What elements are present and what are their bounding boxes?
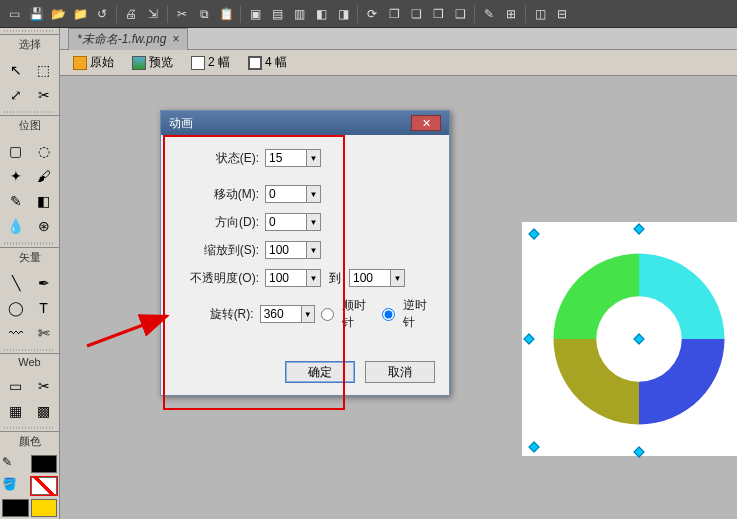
tb-bringfwd-icon[interactable]: ❑ <box>450 4 470 24</box>
cw-radio[interactable] <box>321 308 334 321</box>
stamp-tool-icon[interactable]: ⊛ <box>30 214 57 238</box>
lasso-tool-icon[interactable]: ◌ <box>30 139 57 163</box>
panel-grip[interactable] <box>4 242 55 244</box>
tb-copy-icon[interactable]: ⧉ <box>194 4 214 24</box>
dialog-button-row: 确定 取消 <box>161 351 449 395</box>
tb-stack-icon[interactable]: ❏ <box>406 4 426 24</box>
dialog-titlebar[interactable]: 动画 ✕ <box>161 111 449 135</box>
opacity-from-input[interactable] <box>265 269 307 287</box>
scale-input[interactable] <box>265 241 307 259</box>
tb-new-icon[interactable]: ▭ <box>4 4 24 24</box>
scale-row: 缩放到(S): ▼ <box>175 241 435 259</box>
tb-paste-icon[interactable]: 📋 <box>216 4 236 24</box>
scale-label: 缩放到(S): <box>175 242 265 259</box>
fill-color-swatch[interactable] <box>31 477 58 495</box>
tab-close-icon[interactable]: × <box>172 32 179 46</box>
tb-group-icon[interactable]: ▣ <box>245 4 265 24</box>
selection-handle[interactable] <box>633 446 644 457</box>
separator <box>167 5 168 23</box>
freeform-tool-icon[interactable]: 〰 <box>2 321 29 345</box>
tb-zstack-icon[interactable]: ❒ <box>428 4 448 24</box>
tb-front-icon[interactable]: ▤ <box>267 4 287 24</box>
pen-tool-icon[interactable]: ✒ <box>30 271 57 295</box>
panel-grip[interactable] <box>4 427 55 429</box>
line-tool-icon[interactable]: ╲ <box>2 271 29 295</box>
move-dropdown-icon[interactable]: ▼ <box>307 185 321 203</box>
slice-tool-icon[interactable]: ✂ <box>30 374 57 398</box>
hide-tool-icon[interactable]: ▦ <box>2 399 29 423</box>
stroke-eyedrop-icon[interactable]: ✎ <box>2 455 29 473</box>
tb-alignl-icon[interactable]: ◧ <box>311 4 331 24</box>
hotspot-tool-icon[interactable]: ▭ <box>2 374 29 398</box>
tb-open-icon[interactable]: 📂 <box>48 4 68 24</box>
selection-handle[interactable] <box>528 228 539 239</box>
tb-misc2-icon[interactable]: ⊟ <box>552 4 572 24</box>
show-tool-icon[interactable]: ▩ <box>30 399 57 423</box>
cancel-button[interactable]: 取消 <box>365 361 435 383</box>
swap-colors[interactable] <box>31 499 58 517</box>
states-dropdown-icon[interactable]: ▼ <box>307 149 321 167</box>
subselect-tool-icon[interactable]: ⬚ <box>30 58 57 82</box>
stroke-color-swatch[interactable] <box>31 455 58 473</box>
text-tool-icon[interactable]: T <box>30 296 57 320</box>
tb-print-icon[interactable]: 🖨 <box>121 4 141 24</box>
dialog-close-button[interactable]: ✕ <box>411 115 441 131</box>
opacity-to-dropdown-icon[interactable]: ▼ <box>391 269 405 287</box>
panel-grip[interactable] <box>4 111 55 113</box>
view-2up-button[interactable]: 2 幅 <box>184 51 237 74</box>
move-input[interactable] <box>265 185 307 203</box>
selection-handle[interactable] <box>633 223 644 234</box>
view-original-button[interactable]: 原始 <box>66 51 121 74</box>
tb-path-icon[interactable]: ✎ <box>479 4 499 24</box>
brush-tool-icon[interactable]: 🖌 <box>30 164 57 188</box>
blur-tool-icon[interactable]: 💧 <box>2 214 29 238</box>
tb-open2-icon[interactable]: 📁 <box>70 4 90 24</box>
states-input[interactable] <box>265 149 307 167</box>
panel-grip[interactable] <box>4 30 55 32</box>
opacity-to-input[interactable] <box>349 269 391 287</box>
shape-tool-icon[interactable]: ◯ <box>2 296 29 320</box>
crop-tool-icon[interactable]: ✂ <box>30 83 57 107</box>
direction-input[interactable] <box>265 213 307 231</box>
tb-back-icon[interactable]: ▥ <box>289 4 309 24</box>
tools-panel: 选择 ↖ ⬚ ⤢ ✂ 位图 ▢ ◌ ✦ 🖌 ✎ ◧ 💧 ⊛ 矢量 ╲ ✒ ◯ T… <box>0 28 60 519</box>
scale-dropdown-icon[interactable]: ▼ <box>307 241 321 259</box>
tb-save-icon[interactable]: 💾 <box>26 4 46 24</box>
marquee-tool-icon[interactable]: ▢ <box>2 139 29 163</box>
rotate-input[interactable] <box>260 305 302 323</box>
tb-import-icon[interactable]: ⇲ <box>143 4 163 24</box>
tb-layers-icon[interactable]: ❐ <box>384 4 404 24</box>
tb-history-icon[interactable]: ↺ <box>92 4 112 24</box>
separator <box>474 5 475 23</box>
separator <box>240 5 241 23</box>
opacity-from-dropdown-icon[interactable]: ▼ <box>307 269 321 287</box>
view-4up-button[interactable]: 4 幅 <box>241 51 294 74</box>
scale-tool-icon[interactable]: ⤢ <box>2 83 29 107</box>
tb-merge-icon[interactable]: ⊞ <box>501 4 521 24</box>
eraser-tool-icon[interactable]: ◧ <box>30 189 57 213</box>
fill-bucket-icon[interactable]: 🪣 <box>2 477 29 495</box>
panel-grip[interactable] <box>4 349 55 351</box>
tb-cut-icon[interactable]: ✂ <box>172 4 192 24</box>
document-tab[interactable]: *未命名-1.fw.png × <box>68 28 188 50</box>
pencil-tool-icon[interactable]: ✎ <box>2 189 29 213</box>
tb-misc1-icon[interactable]: ◫ <box>530 4 550 24</box>
tb-alignr-icon[interactable]: ◨ <box>333 4 353 24</box>
pointer-tool-icon[interactable]: ↖ <box>2 58 29 82</box>
ccw-radio[interactable] <box>382 308 395 321</box>
view-preview-label: 预览 <box>149 54 173 71</box>
canvas-object[interactable] <box>522 222 737 456</box>
default-colors[interactable] <box>2 499 29 517</box>
selection-handle[interactable] <box>528 441 539 452</box>
ok-button[interactable]: 确定 <box>285 361 355 383</box>
states-label: 状态(E): <box>175 150 265 167</box>
view-preview-button[interactable]: 预览 <box>125 51 180 74</box>
section-select: 选择 <box>0 34 59 56</box>
knife-tool-icon[interactable]: ✄ <box>30 321 57 345</box>
wand-tool-icon[interactable]: ✦ <box>2 164 29 188</box>
direction-dropdown-icon[interactable]: ▼ <box>307 213 321 231</box>
tb-rotate-icon[interactable]: ⟳ <box>362 4 382 24</box>
rotate-dropdown-icon[interactable]: ▼ <box>302 305 315 323</box>
dialog-title-text: 动画 <box>169 115 193 132</box>
selection-handle[interactable] <box>523 333 534 344</box>
